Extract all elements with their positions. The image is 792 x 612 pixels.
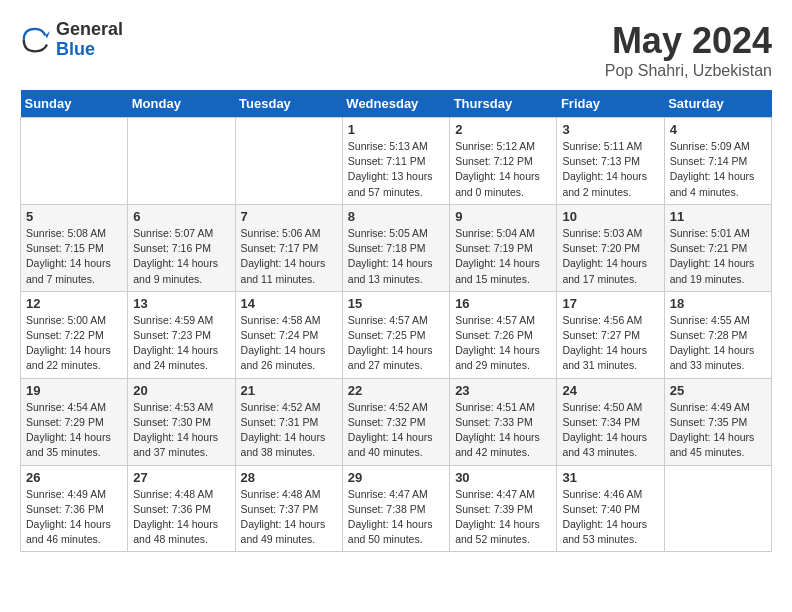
day-info: Sunrise: 4:59 AM Sunset: 7:23 PM Dayligh… xyxy=(133,313,229,374)
day-number: 28 xyxy=(241,470,337,485)
day-info: Sunrise: 4:51 AM Sunset: 7:33 PM Dayligh… xyxy=(455,400,551,461)
day-info: Sunrise: 5:05 AM Sunset: 7:18 PM Dayligh… xyxy=(348,226,444,287)
calendar-cell: 15Sunrise: 4:57 AM Sunset: 7:25 PM Dayli… xyxy=(342,291,449,378)
day-number: 18 xyxy=(670,296,766,311)
day-info: Sunrise: 5:08 AM Sunset: 7:15 PM Dayligh… xyxy=(26,226,122,287)
day-info: Sunrise: 4:52 AM Sunset: 7:31 PM Dayligh… xyxy=(241,400,337,461)
day-number: 20 xyxy=(133,383,229,398)
day-info: Sunrise: 4:48 AM Sunset: 7:36 PM Dayligh… xyxy=(133,487,229,548)
calendar-cell: 12Sunrise: 5:00 AM Sunset: 7:22 PM Dayli… xyxy=(21,291,128,378)
day-info: Sunrise: 4:56 AM Sunset: 7:27 PM Dayligh… xyxy=(562,313,658,374)
calendar-cell: 8Sunrise: 5:05 AM Sunset: 7:18 PM Daylig… xyxy=(342,204,449,291)
day-info: Sunrise: 4:57 AM Sunset: 7:26 PM Dayligh… xyxy=(455,313,551,374)
header-row: SundayMondayTuesdayWednesdayThursdayFrid… xyxy=(21,90,772,118)
calendar-cell: 17Sunrise: 4:56 AM Sunset: 7:27 PM Dayli… xyxy=(557,291,664,378)
day-number: 2 xyxy=(455,122,551,137)
day-number: 24 xyxy=(562,383,658,398)
calendar-table: SundayMondayTuesdayWednesdayThursdayFrid… xyxy=(20,90,772,552)
calendar-cell: 26Sunrise: 4:49 AM Sunset: 7:36 PM Dayli… xyxy=(21,465,128,552)
header-monday: Monday xyxy=(128,90,235,118)
day-info: Sunrise: 5:03 AM Sunset: 7:20 PM Dayligh… xyxy=(562,226,658,287)
day-info: Sunrise: 4:54 AM Sunset: 7:29 PM Dayligh… xyxy=(26,400,122,461)
day-number: 7 xyxy=(241,209,337,224)
day-info: Sunrise: 5:06 AM Sunset: 7:17 PM Dayligh… xyxy=(241,226,337,287)
day-info: Sunrise: 4:48 AM Sunset: 7:37 PM Dayligh… xyxy=(241,487,337,548)
calendar-cell: 16Sunrise: 4:57 AM Sunset: 7:26 PM Dayli… xyxy=(450,291,557,378)
day-number: 12 xyxy=(26,296,122,311)
calendar-cell: 6Sunrise: 5:07 AM Sunset: 7:16 PM Daylig… xyxy=(128,204,235,291)
location: Pop Shahri, Uzbekistan xyxy=(605,62,772,80)
calendar-cell: 7Sunrise: 5:06 AM Sunset: 7:17 PM Daylig… xyxy=(235,204,342,291)
calendar-cell: 22Sunrise: 4:52 AM Sunset: 7:32 PM Dayli… xyxy=(342,378,449,465)
header-saturday: Saturday xyxy=(664,90,771,118)
logo-blue-text: Blue xyxy=(56,40,123,60)
day-number: 14 xyxy=(241,296,337,311)
calendar-cell: 21Sunrise: 4:52 AM Sunset: 7:31 PM Dayli… xyxy=(235,378,342,465)
week-row-2: 12Sunrise: 5:00 AM Sunset: 7:22 PM Dayli… xyxy=(21,291,772,378)
day-number: 16 xyxy=(455,296,551,311)
day-number: 9 xyxy=(455,209,551,224)
page-header: General Blue May 2024 Pop Shahri, Uzbeki… xyxy=(20,20,772,80)
day-number: 21 xyxy=(241,383,337,398)
day-info: Sunrise: 4:52 AM Sunset: 7:32 PM Dayligh… xyxy=(348,400,444,461)
day-number: 5 xyxy=(26,209,122,224)
logo-general-text: General xyxy=(56,20,123,40)
day-number: 26 xyxy=(26,470,122,485)
day-number: 13 xyxy=(133,296,229,311)
header-friday: Friday xyxy=(557,90,664,118)
calendar-cell: 14Sunrise: 4:58 AM Sunset: 7:24 PM Dayli… xyxy=(235,291,342,378)
day-info: Sunrise: 5:01 AM Sunset: 7:21 PM Dayligh… xyxy=(670,226,766,287)
day-number: 8 xyxy=(348,209,444,224)
calendar-cell xyxy=(21,118,128,205)
day-number: 25 xyxy=(670,383,766,398)
calendar-cell: 20Sunrise: 4:53 AM Sunset: 7:30 PM Dayli… xyxy=(128,378,235,465)
day-info: Sunrise: 5:07 AM Sunset: 7:16 PM Dayligh… xyxy=(133,226,229,287)
day-info: Sunrise: 4:49 AM Sunset: 7:36 PM Dayligh… xyxy=(26,487,122,548)
day-info: Sunrise: 4:58 AM Sunset: 7:24 PM Dayligh… xyxy=(241,313,337,374)
day-info: Sunrise: 5:09 AM Sunset: 7:14 PM Dayligh… xyxy=(670,139,766,200)
day-number: 6 xyxy=(133,209,229,224)
day-info: Sunrise: 4:47 AM Sunset: 7:38 PM Dayligh… xyxy=(348,487,444,548)
day-number: 19 xyxy=(26,383,122,398)
calendar-cell: 1Sunrise: 5:13 AM Sunset: 7:11 PM Daylig… xyxy=(342,118,449,205)
calendar-cell: 11Sunrise: 5:01 AM Sunset: 7:21 PM Dayli… xyxy=(664,204,771,291)
calendar-body: 1Sunrise: 5:13 AM Sunset: 7:11 PM Daylig… xyxy=(21,118,772,552)
day-number: 17 xyxy=(562,296,658,311)
day-number: 4 xyxy=(670,122,766,137)
calendar-cell xyxy=(235,118,342,205)
day-number: 22 xyxy=(348,383,444,398)
day-info: Sunrise: 5:04 AM Sunset: 7:19 PM Dayligh… xyxy=(455,226,551,287)
logo-icon xyxy=(20,25,50,55)
logo: General Blue xyxy=(20,20,123,60)
day-info: Sunrise: 4:49 AM Sunset: 7:35 PM Dayligh… xyxy=(670,400,766,461)
calendar-cell: 18Sunrise: 4:55 AM Sunset: 7:28 PM Dayli… xyxy=(664,291,771,378)
day-info: Sunrise: 4:55 AM Sunset: 7:28 PM Dayligh… xyxy=(670,313,766,374)
calendar-cell xyxy=(128,118,235,205)
calendar-cell: 24Sunrise: 4:50 AM Sunset: 7:34 PM Dayli… xyxy=(557,378,664,465)
day-info: Sunrise: 4:57 AM Sunset: 7:25 PM Dayligh… xyxy=(348,313,444,374)
week-row-1: 5Sunrise: 5:08 AM Sunset: 7:15 PM Daylig… xyxy=(21,204,772,291)
day-info: Sunrise: 5:00 AM Sunset: 7:22 PM Dayligh… xyxy=(26,313,122,374)
calendar-cell: 28Sunrise: 4:48 AM Sunset: 7:37 PM Dayli… xyxy=(235,465,342,552)
day-number: 10 xyxy=(562,209,658,224)
day-number: 30 xyxy=(455,470,551,485)
day-info: Sunrise: 4:46 AM Sunset: 7:40 PM Dayligh… xyxy=(562,487,658,548)
calendar-header: SundayMondayTuesdayWednesdayThursdayFrid… xyxy=(21,90,772,118)
week-row-3: 19Sunrise: 4:54 AM Sunset: 7:29 PM Dayli… xyxy=(21,378,772,465)
day-info: Sunrise: 5:11 AM Sunset: 7:13 PM Dayligh… xyxy=(562,139,658,200)
header-sunday: Sunday xyxy=(21,90,128,118)
day-number: 23 xyxy=(455,383,551,398)
calendar-cell: 23Sunrise: 4:51 AM Sunset: 7:33 PM Dayli… xyxy=(450,378,557,465)
day-number: 3 xyxy=(562,122,658,137)
calendar-cell: 27Sunrise: 4:48 AM Sunset: 7:36 PM Dayli… xyxy=(128,465,235,552)
title-block: May 2024 Pop Shahri, Uzbekistan xyxy=(605,20,772,80)
calendar-cell: 25Sunrise: 4:49 AM Sunset: 7:35 PM Dayli… xyxy=(664,378,771,465)
logo-text: General Blue xyxy=(56,20,123,60)
calendar-cell: 10Sunrise: 5:03 AM Sunset: 7:20 PM Dayli… xyxy=(557,204,664,291)
day-number: 15 xyxy=(348,296,444,311)
day-info: Sunrise: 4:53 AM Sunset: 7:30 PM Dayligh… xyxy=(133,400,229,461)
day-info: Sunrise: 5:12 AM Sunset: 7:12 PM Dayligh… xyxy=(455,139,551,200)
day-number: 11 xyxy=(670,209,766,224)
day-info: Sunrise: 4:50 AM Sunset: 7:34 PM Dayligh… xyxy=(562,400,658,461)
calendar-cell: 2Sunrise: 5:12 AM Sunset: 7:12 PM Daylig… xyxy=(450,118,557,205)
